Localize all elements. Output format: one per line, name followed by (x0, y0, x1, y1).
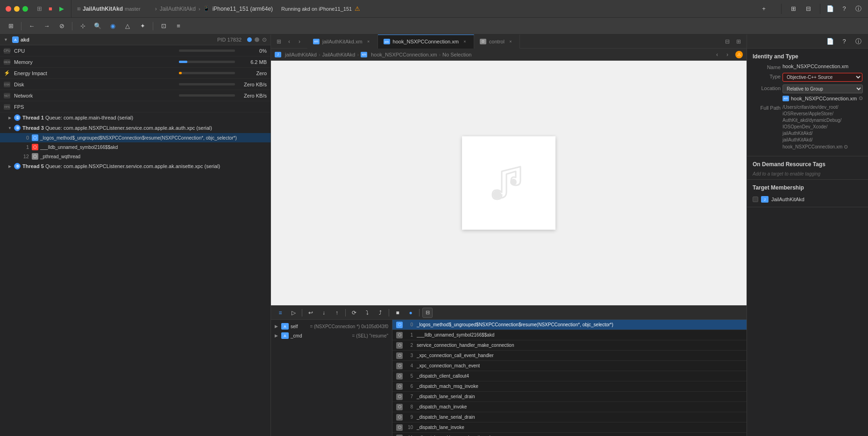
inspector-extras-tab[interactable]: ⓘ (852, 36, 864, 47)
metric-energy: ⚡ Energy Impact Zero (0, 68, 270, 79)
split-editor-right[interactable]: ⊞ (734, 37, 743, 46)
tab-icon-1: xm (313, 39, 320, 44)
debug-btn-stepover[interactable]: ↩ (305, 308, 316, 318)
stack-frame-2[interactable]: ⬡ 2 service_connection_handler_make_conn… (392, 340, 747, 351)
back-btn[interactable]: ← (26, 21, 38, 31)
search-btn[interactable]: 🔍 (92, 21, 104, 31)
run-button[interactable]: ▶ (58, 5, 65, 13)
debug-btn-stepin[interactable]: ↓ (318, 308, 329, 318)
file-locator-icon[interactable]: ⊙ (859, 95, 863, 101)
var-self-value: = (NSXPCConnection *) 0x105d043f0 (310, 324, 388, 329)
inspector-membership-section: Target Membership J JailAuthKitAkd (747, 180, 868, 207)
debug-btn-breakpoint[interactable]: ● (405, 308, 416, 318)
quick-help-tab[interactable]: ? (838, 36, 850, 47)
debug-btn-addexpr[interactable]: ⤴ (375, 308, 386, 318)
stack-text-6: _dispatch_mach_msg_invoke (417, 384, 478, 389)
thread-1-row[interactable]: ▶ ① Thread 1 Queue: com.apple.main-threa… (0, 113, 270, 123)
split-editor-left[interactable]: ⊟ (723, 37, 732, 46)
stack-frame-3[interactable]: ⬡ 3 _xpc_connection_call_event_handler (392, 351, 747, 361)
tab-nav-right[interactable]: › (295, 37, 304, 46)
sidebar-toggle-icon[interactable]: ⊞ (36, 5, 43, 13)
breadcrumb-back[interactable]: ‹ (713, 50, 721, 59)
debug-panel: ≡ ▷ ↩ ↓ ↑ ⟳ ⤵ ⤴ ■ ● ⊟ (271, 305, 747, 436)
project-icon: ⊞ (77, 7, 81, 11)
inspector-location-select[interactable]: Relative to Group (783, 84, 863, 93)
layout-toggle-left[interactable]: ⊞ (787, 4, 799, 14)
var-self-row[interactable]: ▶ A self = (NSXPCConnection *) 0x105d043… (271, 322, 392, 331)
frame-0-row[interactable]: 0 ⬡ _logos_method$_ungrouped$NSXPCConnec… (0, 133, 270, 142)
debug-btn-jump[interactable]: ⤵ (362, 308, 373, 318)
thread-5-row[interactable]: ▶ ⑤ Thread 5 Queue: com.apple.NSXPCListe… (0, 161, 270, 171)
thread-3-row[interactable]: ▼ ③ Thread 3 Queue: com.apple.NSXPCListe… (0, 123, 270, 133)
var-self-name: self (291, 324, 310, 329)
issues-btn[interactable]: △ (121, 21, 134, 31)
hierarchy-btn[interactable]: ⊘ (56, 21, 68, 31)
membership-checkbox[interactable] (753, 197, 758, 202)
debug-collapse-btn[interactable]: ⊟ (422, 308, 433, 318)
stack-frame-6[interactable]: ⬡ 6 _dispatch_mach_msg_invoke (392, 381, 747, 392)
test-btn[interactable]: ✦ (136, 21, 149, 31)
debug-btn-goto-issue[interactable]: ⟳ (349, 308, 360, 318)
bookmark-btn[interactable]: ⊡ (157, 21, 170, 31)
navigator-toggle[interactable]: ⊞ (5, 21, 17, 31)
breadcrumb-1[interactable]: jailAuthKitAkd (285, 52, 317, 57)
debug-btn-stepout[interactable]: ↑ (331, 308, 342, 318)
stack-frame-11[interactable]: ⬡ 11 _dispatch_workloop_worker_thread (392, 433, 747, 436)
breadcrumb-4[interactable]: No Selection (442, 52, 471, 57)
debug-btn-stop[interactable]: ■ (392, 308, 403, 318)
actions-btn[interactable]: ≡ (172, 21, 185, 31)
filter-btn[interactable]: ◉ (107, 21, 119, 31)
stack-frame-5[interactable]: ⬡ 5 _dispatch_client_callout4 (392, 371, 747, 381)
thread-1-collapse[interactable]: ▶ (7, 115, 12, 120)
layout-toggle-right[interactable]: ⊟ (802, 4, 814, 14)
stack-frame-4[interactable]: ⬡ 4 _xpc_connection_mach_event (392, 361, 747, 371)
stack-frame-1[interactable]: ⬡ 1 ___lldb_unnamed_symbol2166$$akd (392, 330, 747, 340)
breakpoint-btn[interactable]: ⊹ (77, 21, 89, 31)
stack-frame-10[interactable]: ⬡ 10 _dispatch_lane_invoke (392, 422, 747, 433)
debug-sep2 (345, 309, 346, 316)
inspector-more-btn[interactable]: ⓘ (852, 4, 864, 14)
add-scheme-button[interactable]: + (758, 4, 770, 14)
frame-1-row[interactable]: 1 ⬡ ___lldb_unnamed_symbol2166$$akd (0, 142, 270, 152)
fullpath-locator-icon[interactable]: ⊙ (844, 144, 848, 149)
tab-jailauth[interactable]: xm jailAuthKitAkd.xm × (307, 35, 378, 49)
frame-12-row[interactable]: 12 ⬡ _pthread_wqthread (0, 152, 270, 161)
tab-hook[interactable]: xm hook_NSXPCConnection.xm × (378, 35, 474, 49)
stack-frame-0[interactable]: ⬡ 0 _logos_method$_ungrouped$NSXPCConnec… (392, 320, 747, 330)
stack-text-8: _dispatch_mach_invoke (417, 404, 467, 409)
close-button[interactable] (6, 6, 11, 12)
cpu-icon: CPU (4, 48, 12, 54)
file-inspector-tab[interactable]: 📄 (824, 36, 836, 47)
breadcrumb-file-icon: xm (361, 52, 367, 57)
inspector-title: Identity and Type (753, 53, 862, 60)
file-inspector-btn[interactable]: 📄 (824, 4, 836, 14)
tab-control[interactable]: ⊡ control × (474, 35, 520, 49)
var-cmd-row[interactable]: ▶ A _cmd = (SEL) "resume" (271, 331, 392, 340)
fps-label: FPS (14, 104, 267, 110)
stack-frame-8[interactable]: ⬡ 8 _dispatch_mach_invoke (392, 402, 747, 412)
tab-close-3[interactable]: × (507, 38, 514, 45)
breadcrumb-3[interactable]: hook_NSXPCConnection.xm (371, 52, 437, 57)
inspector-type-row: Type Objective-C++ Source (753, 73, 862, 82)
stack-frame-7[interactable]: ⬡ 7 _dispatch_lane_serial_drain (392, 392, 747, 402)
stop-button[interactable]: ■ (47, 5, 54, 13)
minimize-button[interactable] (14, 6, 20, 12)
stack-frame-9[interactable]: ⬡ 9 _dispatch_lane_serial_drain (392, 412, 747, 422)
tab-close-2[interactable]: × (462, 38, 468, 45)
inspector-location-label: Location (753, 84, 781, 91)
process-collapse[interactable]: ▼ (4, 37, 10, 42)
thread-3-collapse[interactable]: ▼ (7, 126, 12, 130)
inspector-type-select[interactable]: Objective-C++ Source (783, 73, 862, 82)
tab-close-1[interactable]: × (365, 38, 372, 45)
debug-btn-menu[interactable]: ≡ (275, 308, 286, 318)
thread-5-collapse[interactable]: ▶ (7, 164, 12, 169)
maximize-button[interactable] (22, 6, 28, 12)
breadcrumb-2[interactable]: JailAuthKitAkd (322, 52, 356, 57)
tab-left-btn[interactable]: ⊞ (275, 37, 283, 46)
debug-btn-continue[interactable]: ▷ (288, 308, 299, 318)
quick-help-btn[interactable]: ? (838, 4, 850, 14)
forward-btn[interactable]: → (41, 21, 53, 31)
tab-nav-left[interactable]: ‹ (285, 37, 293, 46)
stack-icon-2: ⬡ (396, 342, 403, 349)
breadcrumb-fwd[interactable]: › (723, 50, 732, 59)
